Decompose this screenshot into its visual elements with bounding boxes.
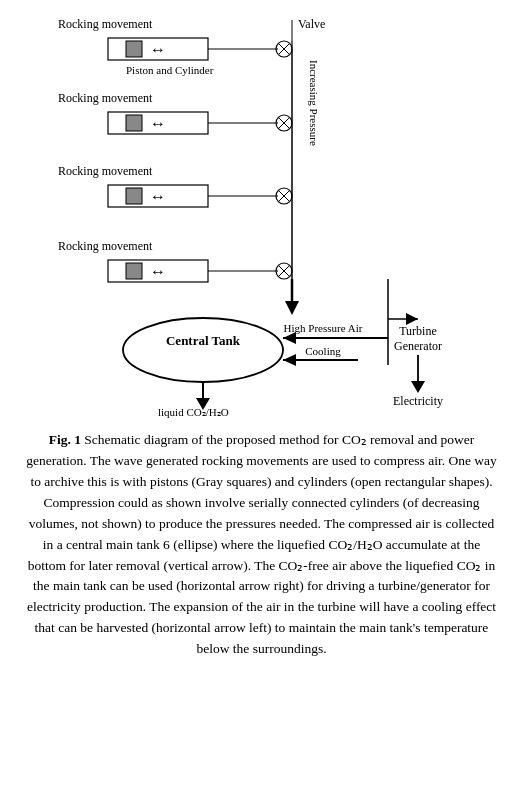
piston-label: Piston and Cylinder [126,64,214,76]
central-tank-ellipse [123,318,283,382]
diagram-svg: Rocking movement ↔ Piston and Cylinder R… [18,10,505,420]
liquid-label: liquid CO₂/H₂O [158,406,229,418]
svg-rect-1 [126,41,142,57]
generator-label: Generator [394,339,442,353]
cooling-label: Cooling [305,345,341,357]
diagram-container: Rocking movement ↔ Piston and Cylinder R… [18,10,505,420]
arrow-1: ↔ [150,41,166,58]
pressure-label: Increasing Pressure [308,60,320,146]
fig-label: Fig. 1 [49,432,81,447]
rocking-label-4: Rocking movement [58,239,153,253]
electricity-arrow [411,381,425,393]
electricity-label: Electricity [393,394,443,408]
turbine-label: Turbine [399,324,437,338]
rocking-label-1: Rocking movement [58,17,153,31]
rocking-label-2: Rocking movement [58,91,153,105]
down-arrow [285,301,299,315]
cooling-arrow [283,354,296,366]
arrow-2: ↔ [150,115,166,132]
hp-air-label: High Pressure Air [284,322,363,334]
page: Rocking movement ↔ Piston and Cylinder R… [0,0,523,678]
svg-rect-7 [126,115,142,131]
rocking-label-3: Rocking movement [58,164,153,178]
caption: Fig. 1 Schematic diagram of the proposed… [18,430,505,660]
caption-text: Schematic diagram of the proposed method… [26,432,497,656]
arrow-3: ↔ [150,188,166,205]
arrow-4: ↔ [150,263,166,280]
central-tank-label: Central Tank [166,333,241,348]
svg-rect-19 [126,263,142,279]
svg-rect-13 [126,188,142,204]
valve-label: Valve [298,17,325,31]
